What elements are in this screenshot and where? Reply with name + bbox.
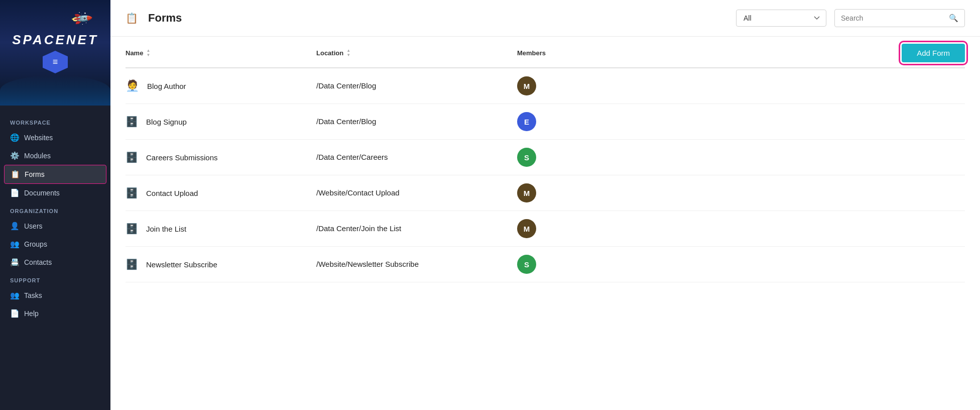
row-name-cell: 🗄️ Careers Submissions — [126, 151, 316, 163]
sort-down-icon: ▼ — [146, 53, 150, 57]
row-location-label: /Website/Newsletter Subscribe — [316, 260, 419, 268]
sidebar-item-documents[interactable]: 📄 Documents — [0, 184, 110, 202]
filter-dropdown[interactable]: All Active Inactive — [736, 10, 826, 27]
row-members-cell: S — [517, 255, 618, 274]
sidebar-item-documents-label: Documents — [24, 189, 60, 197]
sidebar-item-modules[interactable]: ⚙️ Modules — [0, 147, 110, 165]
table-row[interactable]: 🧑‍💼 Blog Author /Data Center/Blog M — [126, 68, 965, 104]
member-letter: M — [524, 225, 530, 233]
support-section-label: SUPPORT — [0, 271, 110, 286]
row-name-cell: 🗄️ Blog Signup — [126, 116, 316, 128]
db-icon: 🗄️ — [126, 223, 138, 235]
organization-section-label: ORGANIZATION — [0, 202, 110, 217]
member-avatar: S — [517, 255, 536, 274]
row-location-label: /Data Center/Careers — [316, 153, 388, 161]
table-row[interactable]: 🗄️ Join the List /Data Center/Join the L… — [126, 211, 965, 247]
row-name-label: Blog Author — [147, 82, 186, 90]
search-input[interactable] — [841, 14, 945, 22]
table-row[interactable]: 🗄️ Contact Upload /Website/Contact Uploa… — [126, 175, 965, 211]
sort-icons-location[interactable]: ▲ ▼ — [346, 49, 350, 57]
table-row[interactable]: 🗄️ Blog Signup /Data Center/Blog E — [126, 104, 965, 140]
member-letter: S — [524, 260, 529, 269]
sidebar-item-modules-label: Modules — [24, 152, 51, 160]
sidebar-item-users-label: Users — [24, 222, 43, 230]
rocket-icon: 🚀 — [69, 7, 93, 31]
modules-icon: ⚙️ — [10, 151, 19, 160]
sidebar-item-forms[interactable]: 📋 Forms — [4, 165, 106, 184]
tasks-icon: 👥 — [10, 291, 19, 300]
row-location-cell: /Data Center/Join the List — [316, 224, 517, 233]
column-header-name: Name ▲ ▼ — [126, 49, 316, 57]
member-letter: M — [524, 189, 530, 197]
column-name-label: Name — [126, 49, 143, 57]
logo-text: SPACENET — [12, 32, 98, 48]
add-form-button[interactable]: Add Form — [902, 44, 965, 62]
sidebar-item-contacts[interactable]: 📇 Contacts — [0, 253, 110, 271]
member-avatar: M — [517, 183, 536, 202]
sidebar-item-groups[interactable]: 👥 Groups — [0, 235, 110, 253]
main-content: 📋 Forms All Active Inactive 🔍 Name ▲ ▼ L… — [110, 0, 980, 410]
row-name-label: Contact Upload — [146, 189, 198, 197]
row-name-cell: 🗄️ Contact Upload — [126, 187, 316, 199]
row-location-cell: /Website/Contact Upload — [316, 188, 517, 197]
users-icon: 👤 — [10, 222, 19, 231]
member-letter: E — [524, 118, 529, 126]
page-title: Forms — [148, 12, 728, 25]
row-members-cell: M — [517, 219, 618, 238]
table-row[interactable]: 🗄️ Newsletter Subscribe /Website/Newslet… — [126, 247, 965, 282]
row-name-label: Careers Submissions — [146, 153, 218, 162]
sort-down-location-icon: ▼ — [346, 53, 350, 57]
websites-icon: 🌐 — [10, 133, 19, 142]
row-location-cell: /Data Center/Careers — [316, 153, 517, 162]
sidebar-nav: WORKSPACE 🌐 Websites ⚙️ Modules 📋 Forms … — [0, 106, 110, 410]
row-members-cell: S — [517, 148, 618, 167]
person-edit-icon: 🧑‍💼 — [126, 79, 139, 92]
sort-up-icon: ▲ — [146, 49, 150, 53]
sidebar-item-websites[interactable]: 🌐 Websites — [0, 129, 110, 147]
row-location-label: /Data Center/Blog — [316, 117, 376, 126]
row-name-cell: 🗄️ Join the List — [126, 223, 316, 235]
logo-badge: ≡ — [43, 51, 68, 73]
column-header-action: Add Form — [618, 44, 965, 62]
row-location-cell: /Website/Newsletter Subscribe — [316, 260, 517, 269]
sidebar-item-websites-label: Websites — [24, 134, 53, 142]
member-avatar: E — [517, 112, 536, 131]
table-container: Name ▲ ▼ Location ▲ ▼ Members Add Form — [110, 37, 980, 410]
row-name-label: Newsletter Subscribe — [146, 260, 217, 269]
row-name-cell: 🧑‍💼 Blog Author — [126, 79, 316, 92]
column-header-location: Location ▲ ▼ — [316, 49, 517, 57]
search-icon: 🔍 — [949, 14, 958, 23]
member-avatar: S — [517, 148, 536, 167]
member-avatar: M — [517, 76, 536, 95]
row-location-cell: /Data Center/Blog — [316, 81, 517, 90]
table-row[interactable]: 🗄️ Careers Submissions /Data Center/Care… — [126, 140, 965, 175]
sidebar-item-users[interactable]: 👤 Users — [0, 217, 110, 235]
row-members-cell: E — [517, 112, 618, 131]
documents-icon: 📄 — [10, 188, 19, 197]
row-location-label: /Data Center/Blog — [316, 81, 376, 90]
page-header-icon: 📋 — [126, 12, 138, 24]
member-avatar: M — [517, 219, 536, 238]
sort-up-location-icon: ▲ — [346, 49, 350, 53]
row-location-label: /Data Center/Join the List — [316, 224, 401, 233]
sidebar-item-tasks-label: Tasks — [24, 291, 42, 299]
workspace-section-label: WORKSPACE — [0, 114, 110, 129]
logo-planet — [0, 75, 110, 106]
row-name-label: Join the List — [146, 225, 186, 233]
column-header-members: Members — [517, 49, 618, 57]
sidebar-item-forms-label: Forms — [25, 170, 45, 178]
member-letter: M — [524, 82, 530, 90]
search-container: 🔍 — [834, 9, 965, 27]
sidebar-item-tasks[interactable]: 👥 Tasks — [0, 286, 110, 304]
help-icon: 📄 — [10, 309, 19, 318]
sidebar-item-help[interactable]: 📄 Help — [0, 304, 110, 323]
contacts-icon: 📇 — [10, 258, 19, 267]
db-icon: 🗄️ — [126, 116, 138, 128]
sidebar-item-groups-label: Groups — [24, 240, 47, 248]
sort-icons-name[interactable]: ▲ ▼ — [146, 49, 150, 57]
row-location-cell: /Data Center/Blog — [316, 117, 517, 126]
db-icon: 🗄️ — [126, 151, 138, 163]
table-header: Name ▲ ▼ Location ▲ ▼ Members Add Form — [126, 37, 965, 68]
row-members-cell: M — [517, 76, 618, 95]
member-letter: S — [524, 153, 529, 162]
